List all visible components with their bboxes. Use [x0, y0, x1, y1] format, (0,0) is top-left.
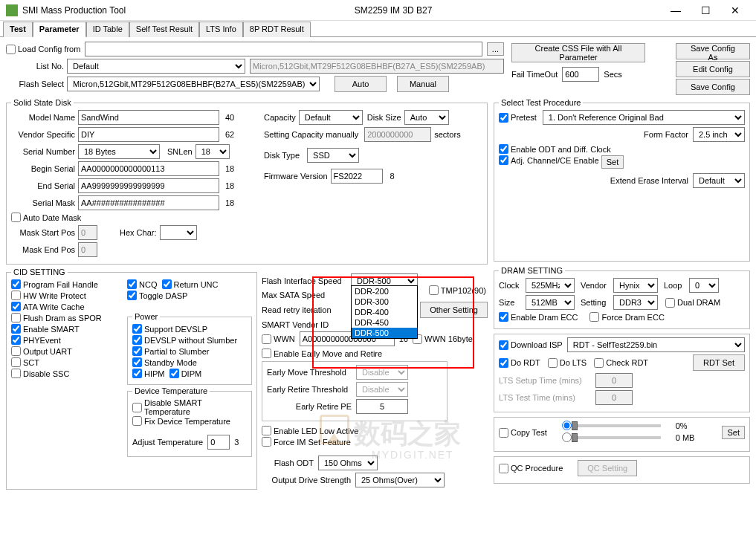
- flush-dram-spor-check[interactable]: Flush Dram as SPOR: [11, 313, 102, 323]
- maximize-button[interactable]: ☐: [691, 1, 720, 19]
- create-css-button[interactable]: Create CSS File with All Parameter: [511, 43, 645, 62]
- snlen-select[interactable]: 18: [196, 144, 230, 159]
- dipm-check[interactable]: DIPM: [169, 369, 202, 378]
- partial-to-slumber-check[interactable]: Partial to Slumber: [132, 346, 209, 356]
- tab-id-table[interactable]: ID Table: [86, 22, 129, 37]
- load-config-browse[interactable]: ...: [487, 42, 504, 56]
- check-rdt-check[interactable]: Check RDT: [594, 358, 648, 368]
- return-unc-check[interactable]: Return UNC: [162, 279, 219, 289]
- copy-test-pct-radio[interactable]: [562, 421, 572, 430]
- sct-check[interactable]: SCT: [11, 357, 39, 367]
- do-lts-check[interactable]: Do LTS: [548, 358, 587, 368]
- enable-smart-check[interactable]: Enable SMART: [11, 324, 80, 334]
- save-config-as-button[interactable]: Save Config As: [676, 43, 750, 59]
- pretest-check[interactable]: Pretest: [499, 113, 537, 123]
- copy-test-mb-slider[interactable]: [572, 436, 661, 439]
- ata-write-cache-check[interactable]: ATA Write Cache: [11, 302, 85, 311]
- serial-number-select[interactable]: 18 Bytes: [78, 144, 160, 159]
- program-fail-handle-check[interactable]: Program Fail Handle: [11, 279, 98, 289]
- output-uart-check[interactable]: Output UART: [11, 346, 72, 356]
- force-im-set-check[interactable]: Force IM Set Feature: [262, 437, 351, 447]
- dram-setting-select[interactable]: DDR3: [613, 295, 658, 310]
- hex-char-select[interactable]: [160, 225, 197, 240]
- flash-interface-speed-dropdown[interactable]: DDR-200 DDR-300 DDR-400 DDR-450 DDR-500: [351, 285, 418, 339]
- tab-test[interactable]: Test: [3, 22, 33, 37]
- form-factor-select[interactable]: 2.5 inch: [693, 127, 745, 142]
- rdt-set-button[interactable]: RDT Set: [693, 354, 745, 371]
- option-ddr-450[interactable]: DDR-450: [352, 317, 417, 328]
- manual-button[interactable]: Manual: [397, 76, 449, 92]
- vendor-specific-input[interactable]: [78, 127, 219, 142]
- auto-date-mask-check[interactable]: Auto Date Mask: [11, 213, 81, 222]
- model-name-input[interactable]: [78, 110, 219, 125]
- support-devslp-check[interactable]: Support DEVSLP: [132, 324, 207, 334]
- copy-test-set-button[interactable]: Set: [722, 426, 745, 439]
- early-retire-pe-input[interactable]: [356, 399, 408, 414]
- enable-led-low-check[interactable]: Enable LED Low Active: [262, 426, 358, 435]
- disk-size-select[interactable]: Auto: [404, 110, 449, 125]
- disable-smart-temp-check[interactable]: Disable SMART Temperature: [132, 398, 247, 416]
- do-rdt-check[interactable]: Do RDT: [499, 358, 540, 368]
- toggle-dasp-check[interactable]: Toggle DASP: [127, 291, 187, 300]
- adj-channel-ce-check[interactable]: Adj. Channel/CE Enable: [499, 155, 599, 165]
- edit-config-button[interactable]: Edit Config: [676, 61, 750, 77]
- enable-early-move-check[interactable]: Enable Early Move and Retire: [262, 349, 382, 358]
- tab-parameter[interactable]: Parameter: [33, 22, 86, 37]
- devslp-no-slumber-check[interactable]: DEVSLP without Slumber: [132, 335, 237, 345]
- tab-self-test[interactable]: Self Test Result: [129, 22, 199, 37]
- download-isp-check[interactable]: Download ISP: [499, 340, 563, 350]
- enable-dram-ecc-check[interactable]: Enable Dram ECC: [499, 312, 578, 322]
- end-serial-input[interactable]: [78, 178, 219, 193]
- tab-lts-info[interactable]: LTS Info: [199, 22, 243, 37]
- capacity-select[interactable]: Default: [299, 110, 363, 125]
- qc-procedure-check[interactable]: QC Procedure: [499, 464, 563, 473]
- other-setting-button[interactable]: Other Setting: [420, 302, 488, 318]
- hw-write-protect-check[interactable]: HW Write Protect: [11, 291, 86, 300]
- option-ddr-200[interactable]: DDR-200: [352, 286, 417, 296]
- dram-loop-select[interactable]: 0: [689, 278, 719, 293]
- adj-set-button[interactable]: Set: [601, 155, 624, 169]
- copy-test-check[interactable]: Copy Test: [499, 428, 547, 438]
- begin-serial-input[interactable]: [78, 161, 219, 176]
- copy-test-pct-slider[interactable]: [572, 424, 661, 427]
- dram-vendor-select[interactable]: Hynix: [613, 278, 658, 293]
- close-button[interactable]: ✕: [720, 1, 750, 19]
- save-config-button[interactable]: Save Config: [676, 79, 750, 95]
- tmp102-check[interactable]: TMP102(90): [429, 285, 486, 295]
- option-ddr-400[interactable]: DDR-400: [352, 307, 417, 317]
- minimize-button[interactable]: —: [661, 1, 691, 19]
- dram-size-select[interactable]: 512MB: [526, 295, 575, 310]
- auto-button[interactable]: Auto: [335, 76, 387, 92]
- fix-device-temp-check[interactable]: Fix Device Temperature: [132, 416, 230, 426]
- tab-8p-rdt[interactable]: 8P RDT Result: [243, 22, 311, 37]
- dram-clock-select[interactable]: 525MHz: [526, 278, 575, 293]
- load-config-path[interactable]: [85, 42, 482, 56]
- standby-mode-check[interactable]: Standby Mode: [132, 357, 197, 367]
- disable-ssc-check[interactable]: Disable SSC: [11, 369, 69, 378]
- dual-dram-check[interactable]: Dual DRAM: [665, 298, 720, 308]
- pretest-select[interactable]: 1. Don't Reference Original Bad: [543, 110, 745, 125]
- wwn-16byte-check[interactable]: WWN 16byte: [413, 334, 473, 344]
- extend-erase-select[interactable]: Default: [693, 173, 745, 188]
- hipm-check[interactable]: HIPM: [132, 369, 165, 378]
- flash-odt-select[interactable]: 150 Ohms: [318, 456, 378, 470]
- option-ddr-500[interactable]: DDR-500: [352, 328, 417, 338]
- adjust-temp-input[interactable]: [207, 435, 230, 450]
- serial-mask-input[interactable]: [78, 195, 219, 210]
- flash-select[interactable]: Micron,512Gbit,MT29F512G08EBHBF(B27A_ES5…: [67, 77, 320, 91]
- disk-type-select[interactable]: SSD: [307, 148, 359, 163]
- list-no-select[interactable]: Default: [67, 59, 245, 74]
- phyevent-check[interactable]: PHYEvent: [11, 335, 61, 345]
- firmware-input[interactable]: [331, 169, 383, 184]
- enable-odt-diff-clock-check[interactable]: Enable ODT and Diff. Clock: [499, 144, 611, 154]
- force-dram-ecc-check[interactable]: Force Dram ECC: [589, 312, 664, 322]
- option-ddr-300[interactable]: DDR-300: [352, 296, 417, 307]
- load-config-check[interactable]: Load Config from: [6, 45, 80, 54]
- fail-timeout-input[interactable]: [562, 67, 599, 82]
- early-move-threshold-select: Disable: [356, 365, 408, 380]
- download-isp-select[interactable]: RDT - SelfTest2259.bin: [567, 337, 745, 352]
- wwn-check[interactable]: WWN: [262, 334, 295, 344]
- ncq-check[interactable]: NCQ: [127, 279, 157, 289]
- output-drive-strength-select[interactable]: 25 Ohms(Over): [355, 473, 445, 487]
- copy-test-mb-radio[interactable]: [562, 432, 572, 442]
